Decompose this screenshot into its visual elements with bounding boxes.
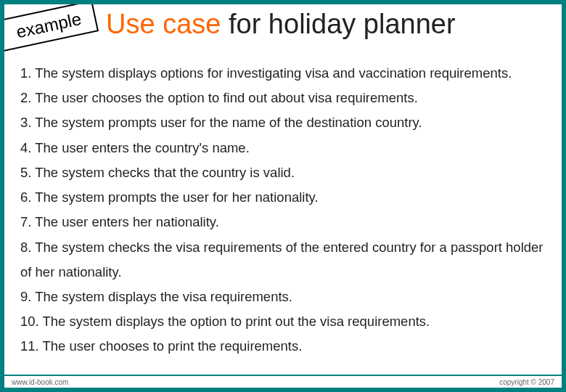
slide-footer: www.id-book.com copyright © 2007 bbox=[4, 375, 562, 388]
body-text: 1. The system displays options for inves… bbox=[20, 61, 546, 359]
footer-right: copyright © 2007 bbox=[499, 378, 554, 386]
footer-left: www.id-book.com bbox=[12, 378, 68, 386]
title-rest: for holiday planner bbox=[221, 9, 455, 39]
title-accent: Use case bbox=[106, 9, 221, 39]
slide-container: example Use case for holiday planner 1. … bbox=[0, 0, 566, 392]
slide-title: Use case for holiday planner bbox=[106, 9, 554, 40]
slide-body: 1. The system displays options for inves… bbox=[20, 61, 546, 359]
example-badge: example bbox=[0, 0, 99, 52]
example-badge-text: example bbox=[15, 9, 83, 41]
